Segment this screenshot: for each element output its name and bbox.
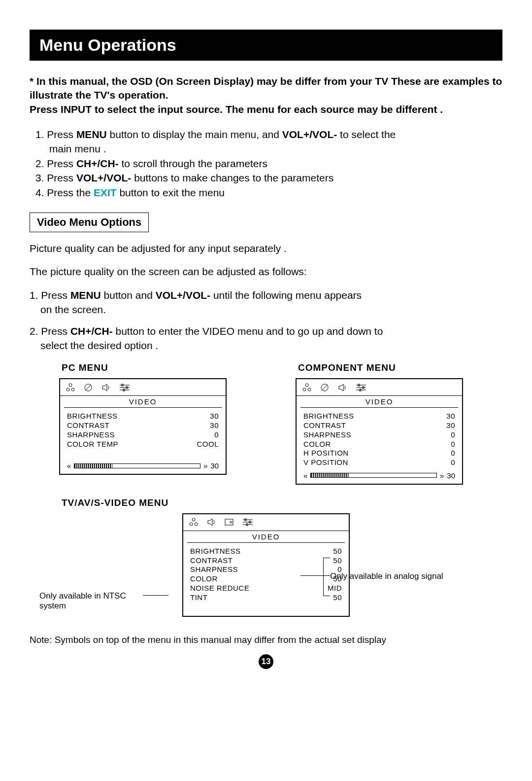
arrow-right-icon [440,471,444,480]
svg-point-1 [66,388,69,391]
osd-row: NOISE REDUCEMID [190,584,342,593]
intro-text: * In this manual, the OSD (On Screen Dis… [30,74,502,116]
video-icon [65,383,76,392]
setup-icon [118,383,131,392]
osd-row: SHARPNESS0 [190,565,342,574]
slider-value: 30 [210,462,219,470]
vstep-1-cont: on the screen. [30,302,502,317]
svg-line-4 [85,385,91,390]
osd-heading: VIDEO [297,396,462,407]
svg-marker-5 [102,384,107,391]
speaker-icon [337,383,348,392]
svg-point-12 [305,384,308,387]
page-number-badge: 13 [259,654,273,669]
setup-icon [241,517,254,527]
svg-line-16 [322,385,328,390]
video-icon [188,517,199,527]
para-1: Picture quality can be adjusted for any … [30,241,502,255]
slider-track [310,473,437,478]
osd-row: COLOR50 [190,574,342,584]
speaker-icon [206,517,217,527]
svg-point-0 [69,384,72,387]
svg-marker-27 [208,519,212,526]
component-osd: VIDEO BRIGHTNESS30 CONTRAST30 SHARPNESS0… [296,378,463,485]
setup-icon [355,383,367,392]
osd-row: CONTRAST30 [67,421,219,430]
osd-icons [297,379,462,396]
intro-line1: * In this manual, the OSD (On Screen Dis… [30,75,502,101]
exit-label: EXIT [94,187,117,198]
osd-row: BRIGHTNESS50 [190,547,342,556]
osd-row: CONTRAST30 [303,421,455,430]
pc-menu-label: PC MENU [62,362,266,373]
svg-point-26 [195,523,198,526]
video-steps: 1. Press MENU button and VOL+/VOL- until… [30,288,502,353]
intro-line2: Press INPUT to select the input source. … [30,104,443,115]
osd-row: BRIGHTNESS30 [303,412,455,421]
tv-icon [224,517,234,527]
footer-note: Note: Symbols on top of the menu in this… [30,635,502,645]
svg-point-13 [303,388,306,391]
step-3: 3. Press VOL+/VOL- buttons to make chang… [35,171,502,185]
osd-row: COLOR0 [303,440,455,449]
osd-slider: 30 [60,459,226,474]
slider-track [74,463,200,468]
step-2: 2. Press CH+/CH- to scroll through the p… [35,156,502,171]
video-icon [301,383,312,392]
osd-heading: VIDEO [60,396,226,407]
basic-steps: 1. Press MENU button to display the main… [35,127,502,200]
arrow-right-icon [203,462,207,470]
step-1-cont: main menu . [35,142,502,156]
svg-point-25 [190,523,193,526]
callout-analog: Only available in analog signal [330,571,468,581]
svg-point-14 [308,388,311,391]
section-heading: Video Menu Options [30,213,149,232]
osd-row: TINT50 [190,593,342,603]
audio-icon [83,383,94,392]
svg-marker-17 [339,384,343,391]
svg-point-2 [71,388,74,391]
para-2: The picture quality on the screen can be… [30,264,502,279]
osd-slider: 30 [297,468,462,484]
slider-value: 30 [447,471,455,480]
osd-icons [60,379,226,396]
step-1: 1. Press MENU button to display the main… [35,127,502,142]
speaker-icon [100,383,111,392]
vstep-2-cont: select the desired option . [30,338,502,353]
component-menu-label: COMPONENT MENU [298,362,502,373]
vstep-1: 1. Press MENU button and VOL+/VOL- until… [30,288,502,302]
osd-row: CONTRAST50 [190,556,342,566]
osd-icons [183,514,349,531]
osd-row: COLOR TEMPCOOL [67,440,219,449]
pc-osd: VIDEO BRIGHTNESS30 CONTRAST30 SHARPNESS0… [59,378,227,475]
page-title: Menu Operations [30,30,502,61]
tvav-menu-label: TV/AV/S-VIDEO MENU [62,497,502,508]
svg-point-29 [230,521,232,523]
osd-row: BRIGHTNESS30 [67,412,219,421]
svg-point-24 [192,518,195,521]
arrow-left-icon [303,471,307,480]
osd-row: SHARPNESS0 [303,430,455,440]
audio-icon [319,383,330,392]
arrow-left-icon [67,462,71,470]
page-number: 13 [30,654,502,669]
osd-row: V POSITION0 [303,458,455,467]
osd-row: H POSITION0 [303,449,455,458]
osd-heading: VIDEO [183,531,349,542]
vstep-2: 2. Press CH+/CH- button to enter the VID… [30,324,502,338]
callout-ntsc: Only available in NTSC system [39,591,143,611]
osd-row: SHARPNESS0 [67,430,219,440]
step-4: 4. Press the EXIT button to exit the men… [35,185,502,200]
